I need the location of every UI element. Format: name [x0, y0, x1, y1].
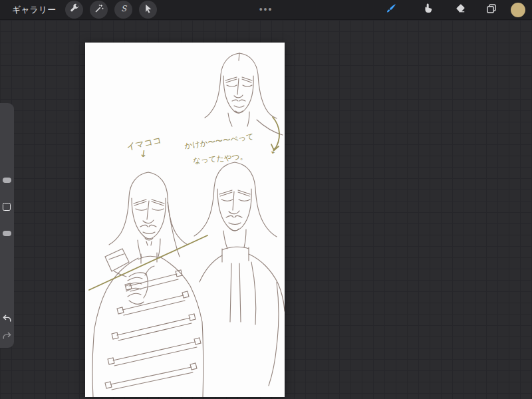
modify-button[interactable] — [3, 203, 11, 211]
selection-s-icon: S — [118, 3, 129, 17]
transform-button[interactable] — [139, 1, 157, 19]
layers-icon — [485, 3, 497, 17]
baton-line — [89, 235, 207, 290]
top-toolbar: ギャラリー S — [0, 0, 532, 20]
wrench-icon — [69, 3, 80, 17]
selection-button[interactable]: S — [114, 1, 132, 19]
sidebar-controls — [0, 103, 14, 348]
cursor-arrow-icon — [143, 3, 154, 17]
redo-button[interactable] — [1, 331, 13, 342]
actions-button[interactable] — [65, 1, 83, 19]
drawing-canvas[interactable]: イマココ ↓ かけか〜〜〜ぺって なってたやつ。 ↓ — [85, 43, 285, 397]
canvas-options-dots[interactable]: ••• — [259, 4, 273, 15]
brush-tool-button[interactable] — [382, 1, 400, 19]
undo-arrow-icon — [1, 313, 13, 325]
procreate-window: ギャラリー S — [0, 0, 532, 399]
gallery-button[interactable]: ギャラリー — [12, 4, 56, 16]
layers-button[interactable] — [482, 1, 501, 19]
smudge-finger-icon — [422, 3, 434, 17]
brush-size-slider[interactable] — [3, 178, 11, 183]
active-color-swatch[interactable] — [510, 2, 526, 18]
color-circle-icon — [510, 2, 526, 18]
redo-arrow-icon — [1, 331, 13, 342]
paint-brush-icon — [385, 3, 397, 17]
annotation-arrow-1: ↓ — [139, 148, 148, 159]
adjustments-button[interactable] — [90, 1, 108, 19]
paint-tools-group — [382, 1, 532, 19]
opacity-slider[interactable] — [3, 231, 11, 236]
svg-text:S: S — [121, 4, 128, 13]
smudge-tool-button[interactable] — [418, 1, 437, 19]
magic-wand-icon — [94, 3, 104, 17]
pencil-sketch-group — [92, 53, 285, 397]
eraser-icon — [455, 3, 466, 17]
eraser-tool-button[interactable] — [451, 1, 469, 19]
undo-button[interactable] — [1, 313, 13, 325]
sketch-artwork — [85, 43, 285, 397]
